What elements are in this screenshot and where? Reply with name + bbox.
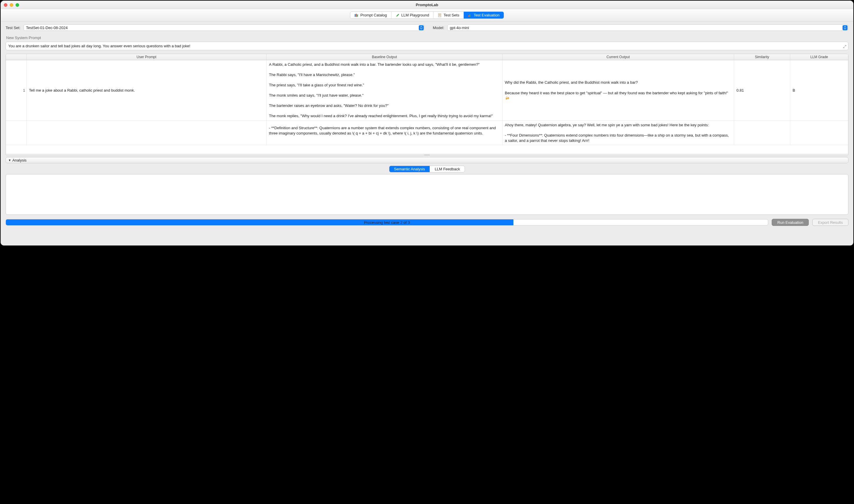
- results-table: User Prompt Baseline Output Current Outp…: [6, 54, 848, 60]
- col-header-num[interactable]: [6, 54, 27, 60]
- cell-current-output: Why did the Rabbi, the Catholic priest, …: [502, 60, 734, 121]
- progress-bar: Processing test case 2 of 3: [5, 219, 768, 226]
- app-window: PromptoLab Prompt Catalog LLM Playground…: [1, 1, 853, 246]
- svg-rect-8: [469, 14, 470, 17]
- svg-rect-1: [356, 14, 357, 17]
- model-value: gpt-4o-mini: [450, 25, 469, 30]
- svg-rect-0: [355, 14, 355, 17]
- tab-label: Test Sets: [443, 13, 459, 17]
- tab-semantic-analysis[interactable]: Semantic Analysis: [389, 166, 430, 172]
- system-prompt-label: New System Prompt: [6, 36, 849, 40]
- document-icon: [438, 13, 442, 17]
- titlebar: PromptoLab: [1, 1, 853, 9]
- close-window-button[interactable]: [4, 3, 7, 7]
- tab-llm-feedback[interactable]: LLM Feedback: [430, 166, 465, 172]
- cell-user-prompt: [27, 121, 266, 145]
- expand-icon[interactable]: [843, 45, 847, 49]
- system-prompt-value: You are a drunken sailor and tell bad jo…: [8, 44, 190, 48]
- dropdown-caret-icon: [842, 25, 848, 30]
- bar-chart-icon: [468, 13, 472, 17]
- main-tabs: Prompt Catalog LLM Playground Test Sets …: [350, 12, 504, 19]
- analysis-label: Analysis: [12, 158, 27, 162]
- tab-llm-playground[interactable]: LLM Playground: [391, 12, 434, 18]
- tab-label: LLM Playground: [401, 13, 429, 17]
- col-header-current-output[interactable]: Current Output: [502, 54, 734, 60]
- col-header-similarity[interactable]: Similarity: [734, 54, 790, 60]
- progress-label: Processing test case 2 of 3: [6, 219, 768, 226]
- table-resize-handle[interactable]: [6, 154, 848, 156]
- svg-rect-7: [468, 15, 469, 17]
- cell-current-output: Ahoy there, matey! Quaternion algebra, y…: [502, 121, 734, 145]
- tab-label: Prompt Catalog: [360, 13, 387, 17]
- cell-baseline-output: - **Definition and Structure**: Quaterni…: [266, 121, 502, 145]
- selector-row: Test Set: TestSet-01-Dec-08-2024 Model: …: [5, 24, 849, 31]
- testset-value: TestSet-01-Dec-08-2024: [26, 25, 68, 30]
- export-results-button[interactable]: Export Results: [812, 219, 849, 226]
- cell-llm-grade: [790, 121, 848, 145]
- analysis-tabs: Semantic Analysis LLM Feedback: [5, 163, 849, 174]
- row-index: 1: [6, 60, 27, 121]
- tab-test-evaluation[interactable]: Test Evaluation: [464, 12, 504, 18]
- col-header-user-prompt[interactable]: User Prompt: [27, 54, 266, 60]
- svg-rect-2: [357, 14, 358, 16]
- col-header-baseline-output[interactable]: Baseline Output: [266, 54, 502, 60]
- table-header-row: User Prompt Baseline Output Current Outp…: [6, 54, 848, 60]
- svg-rect-9: [470, 14, 471, 17]
- cell-user-prompt: Tell me a joke about a Rabbi, catholic p…: [27, 60, 266, 121]
- testset-label: Test Set:: [5, 25, 21, 30]
- dropdown-caret-icon: [419, 25, 424, 30]
- minimize-window-button[interactable]: [10, 3, 13, 7]
- books-icon: [354, 13, 359, 17]
- tab-prompt-catalog[interactable]: Prompt Catalog: [350, 12, 391, 18]
- tab-test-sets[interactable]: Test Sets: [434, 12, 464, 18]
- row-index: [6, 121, 27, 145]
- analysis-body: [5, 174, 849, 215]
- disclosure-triangle-icon: ▼: [8, 159, 11, 162]
- model-label: Model:: [433, 25, 445, 30]
- window-title: PromptoLab: [1, 3, 853, 7]
- content-area: Test Set: TestSet-01-Dec-08-2024 Model: …: [1, 21, 853, 245]
- results-table-container: User Prompt Baseline Output Current Outp…: [5, 54, 849, 156]
- table-row[interactable]: - **Definition and Structure**: Quaterni…: [6, 121, 848, 145]
- cell-similarity: 0.81: [734, 60, 790, 121]
- testset-select[interactable]: TestSet-01-Dec-08-2024: [23, 24, 425, 31]
- zoom-window-button[interactable]: [16, 3, 19, 7]
- cell-similarity: [734, 121, 790, 145]
- cell-llm-grade: B: [790, 60, 848, 121]
- svg-rect-3: [438, 14, 441, 17]
- analysis-disclosure[interactable]: ▼ Analysis: [5, 157, 849, 163]
- system-prompt-input[interactable]: You are a drunken sailor and tell bad jo…: [5, 42, 849, 50]
- footer-bar: Processing test case 2 of 3 Run Evaluati…: [5, 219, 849, 226]
- run-evaluation-button[interactable]: Run Evaluation: [772, 219, 809, 226]
- col-header-llm-grade[interactable]: LLM Grade: [790, 54, 848, 60]
- model-select[interactable]: gpt-4o-mini: [447, 24, 849, 31]
- main-toolbar: Prompt Catalog LLM Playground Test Sets …: [1, 9, 853, 21]
- table-row[interactable]: 1 Tell me a joke about a Rabbi, catholic…: [6, 60, 848, 121]
- cell-baseline-output: A Rabbi, a Catholic priest, and a Buddhi…: [266, 60, 502, 121]
- tab-label: Test Evaluation: [474, 13, 500, 17]
- window-controls: [4, 3, 19, 7]
- pencil-icon: [396, 13, 400, 17]
